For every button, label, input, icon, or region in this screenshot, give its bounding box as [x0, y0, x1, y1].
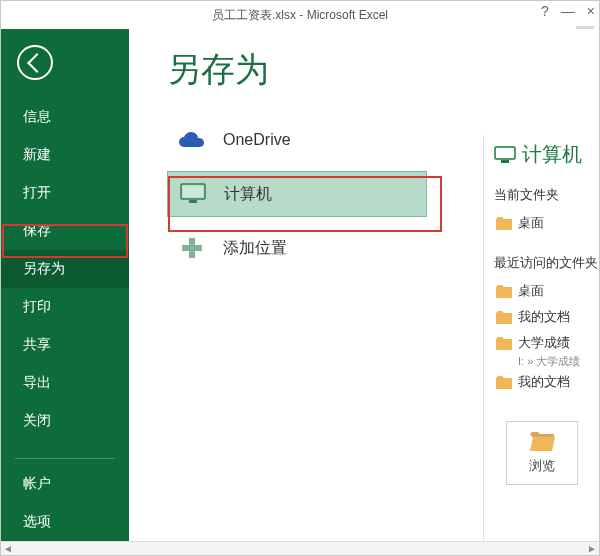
backstage-sidebar: 信息 新建 打开 保存 另存为 打印 共享 导出 关闭 帐户 选项 [1, 29, 129, 541]
svg-rect-6 [501, 160, 509, 163]
back-arrow-icon [27, 53, 47, 73]
folder-row-grades-path: I: » 大学成绩 [484, 354, 599, 369]
location-onedrive-label: OneDrive [223, 131, 291, 149]
cloud-icon [175, 131, 209, 149]
monitor-icon [176, 183, 210, 205]
folder-row-mydocs[interactable]: 我的文档 [484, 304, 599, 330]
sidebar-item-export[interactable]: 导出 [1, 364, 129, 402]
monitor-icon [494, 146, 516, 164]
current-folder-label: 当前文件夹 [494, 186, 599, 204]
browse-button[interactable]: 浏览 [506, 421, 578, 485]
sidebar-item-close[interactable]: 关闭 [1, 402, 129, 440]
svg-rect-1 [183, 186, 203, 197]
sidebar-item-print[interactable]: 打印 [1, 288, 129, 326]
minimize-button[interactable]: — [561, 3, 575, 19]
svg-rect-4 [182, 245, 202, 251]
scroll-right-arrow[interactable]: ► [585, 542, 599, 556]
browse-label: 浏览 [529, 457, 555, 475]
sidebar-item-info[interactable]: 信息 [1, 98, 129, 136]
main-panel: 另存为 OneDrive 计算机 [129, 29, 599, 541]
sidebar-item-account[interactable]: 帐户 [1, 465, 129, 503]
sidebar-item-options[interactable]: 选项 [1, 503, 129, 541]
detail-title: 计算机 [484, 141, 599, 168]
folder-row-mydocs-2[interactable]: 我的文档 [484, 369, 599, 395]
folder-open-icon [529, 431, 555, 451]
location-onedrive[interactable]: OneDrive [167, 117, 427, 163]
folder-icon [496, 337, 512, 350]
page-title: 另存为 [167, 47, 599, 93]
folder-icon [496, 285, 512, 298]
scroll-left-arrow[interactable]: ◄ [1, 542, 15, 556]
folder-row-desktop-recent[interactable]: 桌面 [484, 278, 599, 304]
sidebar-item-open[interactable]: 打开 [1, 174, 129, 212]
folder-icon [496, 311, 512, 324]
title-bar: 员工工资表.xlsx - Microsoft Excel ? — × [1, 1, 599, 29]
close-button[interactable]: × [587, 3, 595, 19]
horizontal-scrollbar[interactable]: ◄ ► [1, 541, 599, 555]
location-add-label: 添加位置 [223, 238, 287, 259]
location-computer-label: 计算机 [224, 184, 272, 205]
help-button[interactable]: ? [541, 3, 549, 19]
window-title: 员工工资表.xlsx - Microsoft Excel [212, 7, 388, 24]
svg-rect-5 [495, 147, 515, 159]
folder-row-grades[interactable]: 大学成绩 [484, 330, 599, 356]
detail-panel: 计算机 当前文件夹 桌面 最近访问的文件夹 桌面 我的文档 [483, 135, 599, 541]
location-computer[interactable]: 计算机 [167, 171, 427, 217]
back-button[interactable] [17, 45, 53, 80]
folder-icon [496, 376, 512, 389]
scroll-track[interactable] [15, 544, 585, 554]
sidebar-item-share[interactable]: 共享 [1, 326, 129, 364]
sidebar-separator [15, 458, 115, 459]
sidebar-item-saveas[interactable]: 另存为 [1, 250, 129, 288]
sidebar-item-new[interactable]: 新建 [1, 136, 129, 174]
plus-icon [175, 236, 209, 260]
svg-rect-2 [189, 200, 197, 203]
folder-icon [496, 217, 512, 230]
sidebar-item-save[interactable]: 保存 [1, 212, 129, 250]
folder-row-desktop[interactable]: 桌面 [484, 210, 599, 236]
recent-folders-label: 最近访问的文件夹 [494, 254, 599, 272]
location-add-place[interactable]: 添加位置 [167, 225, 427, 271]
